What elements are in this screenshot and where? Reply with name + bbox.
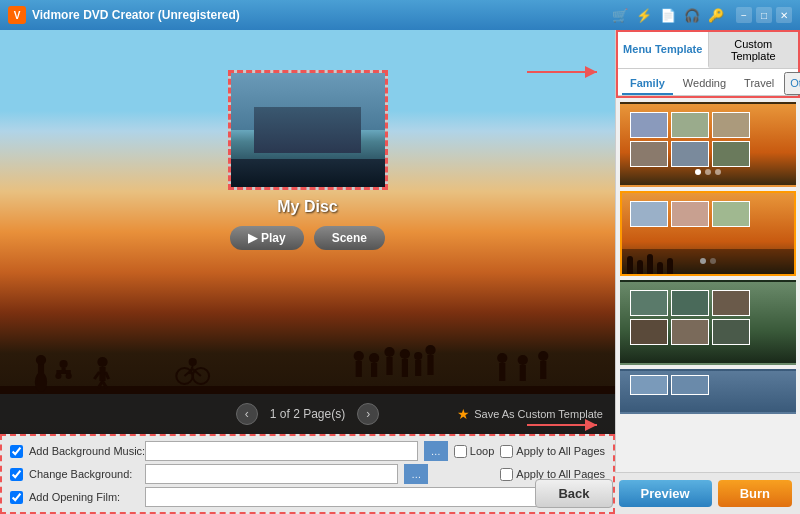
svg-point-7 — [59, 360, 67, 368]
disc-buttons: ▶ Play Scene — [228, 226, 388, 250]
template-list — [616, 98, 800, 484]
title-bar: V Vidmore DVD Creator (Unregistered) 🛒 ⚡… — [0, 0, 800, 30]
opening-film-row: Add Opening Film: … — [10, 487, 605, 507]
opening-film-checkbox[interactable] — [10, 491, 23, 504]
photo-thumb — [671, 319, 709, 345]
loop-label: Loop — [470, 445, 494, 457]
svg-rect-2 — [38, 364, 44, 382]
silhouette — [667, 258, 673, 274]
svg-point-25 — [384, 347, 394, 357]
custom-template-tab[interactable]: Custom Template — [709, 32, 799, 68]
svg-rect-22 — [356, 361, 362, 377]
change-bg-label: Change Background: — [29, 468, 139, 480]
play-button[interactable]: ▶ Play — [230, 226, 304, 250]
svg-rect-30 — [415, 360, 421, 376]
minimize-button[interactable]: − — [736, 7, 752, 23]
cart-icon[interactable]: 🛒 — [612, 8, 628, 23]
template-tabs: Menu Template Custom Template — [618, 32, 798, 69]
main-container: My Disc ▶ Play Scene ‹ 1 of 2 Page(s) › — [0, 30, 800, 514]
close-button[interactable]: ✕ — [776, 7, 792, 23]
svg-point-19 — [189, 358, 197, 366]
burn-button[interactable]: Burn — [718, 480, 792, 507]
family-tab[interactable]: Family — [622, 72, 673, 95]
next-page-button[interactable]: › — [357, 403, 379, 425]
change-bg-browse-button[interactable]: … — [404, 464, 428, 484]
bg-music-browse-button[interactable]: … — [424, 441, 448, 461]
svg-rect-34 — [499, 363, 505, 381]
dot — [695, 169, 701, 175]
menu-template-tab[interactable]: Menu Template — [618, 32, 709, 68]
maximize-button[interactable]: □ — [756, 7, 772, 23]
tmpl-dots — [695, 169, 721, 175]
svg-point-23 — [369, 353, 379, 363]
photo-thumb — [630, 375, 668, 395]
wedding-tab[interactable]: Wedding — [675, 72, 734, 95]
photo-thumb — [712, 141, 750, 167]
svg-point-29 — [414, 352, 422, 360]
svg-point-9 — [97, 357, 107, 367]
change-bg-checkbox[interactable] — [10, 468, 23, 481]
svg-point-21 — [354, 351, 364, 361]
svg-rect-26 — [386, 357, 392, 375]
disc-preview-frame — [228, 70, 388, 190]
template-item-1[interactable] — [620, 102, 796, 187]
bg-music-row: Add Background Music: … Loop Apply to Al… — [10, 441, 605, 461]
scene-button[interactable]: Scene — [314, 226, 385, 250]
svg-point-37 — [538, 351, 548, 361]
right-panel: Menu Template Custom Template Family Wed… — [615, 30, 800, 514]
category-tabs: Family Wedding Travel Oth▶ — [618, 69, 798, 96]
opening-film-label: Add Opening Film: — [29, 491, 139, 503]
disc-title: My Disc — [228, 198, 388, 216]
disc-preview-container: My Disc ▶ Play Scene — [228, 70, 388, 250]
template-item-4[interactable] — [620, 369, 796, 414]
more-tab[interactable]: Oth▶ — [784, 72, 800, 95]
svg-rect-10 — [99, 367, 105, 381]
tmpl2-silhouettes — [622, 249, 794, 274]
app-icon: V — [8, 6, 26, 24]
bg-music-input[interactable] — [145, 441, 418, 461]
svg-point-27 — [400, 349, 410, 359]
photo-thumb — [671, 141, 709, 167]
loop-wrap: Loop — [454, 445, 494, 458]
photo-thumb — [712, 319, 750, 345]
back-button[interactable]: Back — [535, 479, 612, 508]
bolt-icon[interactable]: ⚡ — [636, 8, 652, 23]
photo-thumb — [671, 290, 709, 316]
photo-thumb — [712, 290, 750, 316]
title-bar-icons: 🛒 ⚡ 📄 🎧 🔑 — [612, 8, 724, 23]
photo-thumb — [630, 319, 668, 345]
opening-film-input[interactable] — [145, 487, 575, 507]
svg-point-3 — [36, 355, 46, 365]
change-bg-row: Change Background: … Apply to All Pages — [10, 464, 605, 484]
tmpl1-photos — [630, 112, 786, 167]
tmpl3-photos — [630, 290, 786, 345]
silhouettes-scene — [0, 314, 615, 394]
travel-tab[interactable]: Travel — [736, 72, 782, 95]
photo-thumb — [630, 112, 668, 138]
template-tabs-container: Menu Template Custom Template Family Wed… — [616, 30, 800, 98]
apply-all-bg-checkbox[interactable] — [500, 468, 513, 481]
preview-area: My Disc ▶ Play Scene ‹ 1 of 2 Page(s) › — [0, 30, 615, 434]
window-controls[interactable]: − □ ✕ — [736, 7, 792, 23]
water-portion — [231, 159, 385, 188]
bg-music-checkbox[interactable] — [10, 445, 23, 458]
save-template-button[interactable]: ★ Save As Custom Template — [457, 406, 603, 422]
apply-all-music-wrap: Apply to All Pages — [500, 445, 605, 458]
loop-checkbox[interactable] — [454, 445, 467, 458]
doc-icon[interactable]: 📄 — [660, 8, 676, 23]
svg-rect-36 — [520, 365, 526, 381]
svg-rect-32 — [427, 355, 433, 375]
silhouette — [647, 254, 653, 274]
key-icon[interactable]: 🔑 — [708, 8, 724, 23]
apply-all-music-checkbox[interactable] — [500, 445, 513, 458]
svg-point-33 — [497, 353, 507, 363]
svg-point-31 — [425, 345, 435, 355]
preview-button[interactable]: Preview — [619, 480, 712, 507]
template-item-3[interactable] — [620, 280, 796, 365]
prev-page-button[interactable]: ‹ — [236, 403, 258, 425]
headset-icon[interactable]: 🎧 — [684, 8, 700, 23]
change-bg-input[interactable] — [145, 464, 398, 484]
star-icon: ★ — [457, 406, 470, 422]
template-item-2[interactable] — [620, 191, 796, 276]
tmpl4-photos — [630, 375, 786, 395]
